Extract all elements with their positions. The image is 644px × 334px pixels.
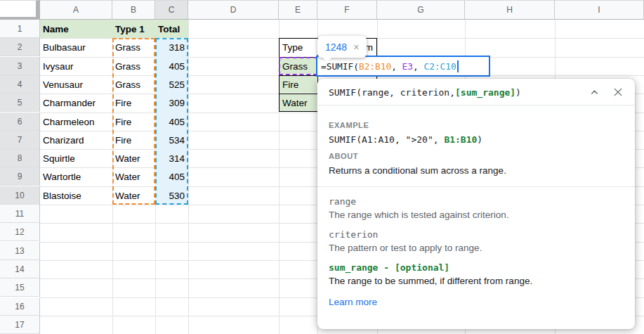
- function-signature: SUMIF(range, criterion, [sum_range]): [317, 79, 635, 105]
- param-name: sum_range - [optional]: [329, 262, 624, 273]
- column-header-D[interactable]: D: [188, 0, 279, 20]
- formula-segment: B2:B10: [359, 61, 391, 72]
- row-header-7[interactable]: 7: [0, 131, 40, 149]
- row-header-5[interactable]: 5: [0, 94, 40, 112]
- example-label: EXAMPLE: [329, 121, 624, 129]
- cell-A2[interactable]: Bulbasaur: [40, 38, 112, 56]
- criterion-cell-outline-E3: [279, 57, 317, 75]
- row-header-6[interactable]: 6: [0, 113, 40, 131]
- row-header-14[interactable]: 14: [0, 260, 40, 278]
- cell-A1[interactable]: Name: [40, 20, 112, 38]
- close-icon: [612, 86, 624, 98]
- signature-prefix: SUMIF(range, criterion,: [329, 87, 455, 98]
- row-header-2[interactable]: 2: [0, 38, 40, 56]
- learn-more-link[interactable]: Learn more: [329, 297, 377, 307]
- spreadsheet: ABCDEFGHI1234567891011121314151617NameTy…: [0, 0, 644, 334]
- param-sum-range: sum_range - [optional] The range to be s…: [329, 262, 624, 286]
- collapse-button[interactable]: [589, 87, 600, 98]
- formula-segment: E3: [402, 61, 413, 72]
- text-cursor: [457, 60, 459, 72]
- row-header-16[interactable]: 16: [0, 297, 40, 316]
- row-header-17[interactable]: 17: [0, 316, 40, 334]
- example-suffix: ): [477, 134, 482, 145]
- column-header-I[interactable]: I: [555, 0, 644, 20]
- example-prefix: SUMIF(A1:A10, ">20",: [329, 134, 444, 145]
- column-header-A[interactable]: A: [40, 0, 112, 20]
- about-text: Returns a conditional sum across a range…: [329, 165, 624, 176]
- formula-result-tooltip: 1248 ×: [317, 36, 367, 58]
- close-button[interactable]: [612, 86, 624, 98]
- param-desc: The pattern or test to apply to range.: [329, 243, 624, 253]
- param-name: criterion: [329, 229, 624, 240]
- function-help-popup: SUMIF(range, criterion, [sum_range]) EXA…: [317, 79, 635, 329]
- param-name: range: [329, 196, 624, 207]
- criteria-range-outline-B2-B10: [112, 38, 155, 205]
- formula-editor[interactable]: =SUMIF(B2:B10, E3, C2:C10: [316, 56, 490, 77]
- cell-A7[interactable]: Charizard: [40, 131, 112, 149]
- chevron-up-icon: [589, 87, 600, 98]
- row-header-8[interactable]: 8: [0, 149, 40, 167]
- row-header-13[interactable]: 13: [0, 242, 40, 260]
- signature-suffix: ): [515, 87, 521, 98]
- cell-C1[interactable]: Total: [155, 20, 188, 38]
- row-header-11[interactable]: 11: [0, 205, 40, 223]
- cell-A3[interactable]: Ivysaur: [40, 57, 112, 75]
- cell-A8[interactable]: Squirtle: [40, 149, 112, 167]
- column-header-E[interactable]: E: [279, 0, 317, 20]
- column-header-H[interactable]: H: [465, 0, 555, 20]
- column-header-B[interactable]: B: [112, 0, 155, 20]
- column-header-C[interactable]: C: [155, 0, 188, 20]
- formula-segment: C2:C10: [423, 61, 456, 72]
- select-all-corner[interactable]: [0, 0, 40, 20]
- row-header-1[interactable]: 1: [0, 20, 40, 38]
- gridline-vertical: [188, 20, 189, 334]
- row-header-4[interactable]: 4: [0, 75, 40, 94]
- row-header-10[interactable]: 10: [0, 186, 40, 205]
- column-header-G[interactable]: G: [377, 0, 465, 20]
- param-desc: The range to be summed, if different fro…: [329, 276, 624, 286]
- formula-segment: ,: [391, 61, 402, 72]
- column-header-F[interactable]: F: [317, 0, 377, 20]
- formula-result-value: 1248: [325, 41, 347, 53]
- signature-optional-arg: [sum_range]: [455, 87, 515, 98]
- cell-A9[interactable]: Wartortle: [40, 167, 112, 186]
- about-label: ABOUT: [329, 152, 624, 160]
- sum-range-outline-C2-C10: [155, 38, 188, 205]
- cell-E5[interactable]: Water: [280, 94, 317, 111]
- param-range: range The range which is tested against …: [329, 196, 624, 220]
- cell-E2[interactable]: Type: [280, 39, 317, 56]
- popup-divider: [317, 186, 635, 187]
- cell-A4[interactable]: Venusaur: [40, 75, 112, 94]
- row-header-12[interactable]: 12: [0, 223, 40, 241]
- param-desc: The range which is tested against criter…: [329, 210, 624, 220]
- formula-segment: ,: [413, 61, 423, 72]
- param-criterion: criterion The pattern or test to apply t…: [329, 229, 624, 253]
- cell-A6[interactable]: Charmeleon: [40, 113, 112, 131]
- tooltip-close-icon[interactable]: ×: [353, 41, 359, 53]
- cell-A5[interactable]: Charmander: [40, 94, 112, 112]
- cell-B1[interactable]: Type 1: [112, 20, 155, 38]
- row-header-15[interactable]: 15: [0, 278, 40, 297]
- row-header-3[interactable]: 3: [0, 57, 40, 75]
- example-code: SUMIF(A1:A10, ">20", B1:B10): [329, 134, 624, 145]
- cell-E4[interactable]: Fire: [280, 76, 317, 93]
- row-header-9[interactable]: 9: [0, 167, 40, 186]
- example-highlight: B1:B10: [444, 134, 477, 145]
- cell-A10[interactable]: Blastoise: [40, 186, 112, 205]
